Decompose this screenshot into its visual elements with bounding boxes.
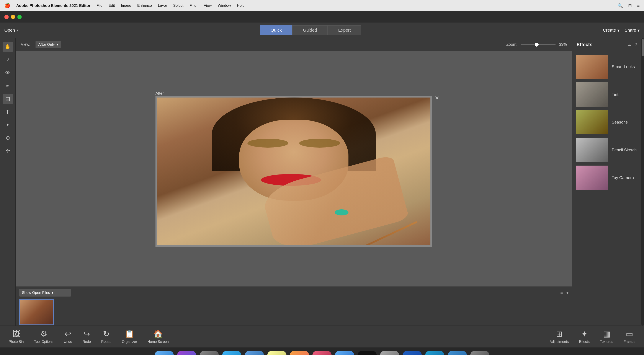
text-tool-button[interactable]: T	[2, 107, 13, 117]
tab-quick[interactable]: Quick	[260, 25, 292, 35]
effects-scrollbar[interactable]	[642, 38, 644, 326]
effect-pencil-sketch[interactable]: Pencil Sketch	[576, 138, 638, 162]
effect-toy-camera[interactable]: Toy Camera	[576, 166, 638, 190]
zoom-value: 33%	[559, 42, 567, 47]
menu-help[interactable]: Help	[237, 3, 244, 8]
dock-music[interactable]: 🎵	[312, 351, 332, 355]
minimize-window-button[interactable]	[11, 15, 15, 19]
dock-trash[interactable]: 🗑	[470, 351, 490, 355]
dock-pse-2[interactable]: ◈	[425, 351, 444, 355]
frames-button[interactable]: ▭ Frames	[624, 330, 635, 344]
photo-bin-bar: Show Open Files ▾ ≡ ▾	[16, 287, 572, 326]
show-files-select[interactable]: Show Open Files ▾	[19, 289, 71, 297]
dock-safari[interactable]: 🧭	[222, 351, 241, 355]
open-arrow-icon: ▾	[17, 28, 18, 32]
zoom-thumb[interactable]	[535, 43, 538, 47]
dock-terminal[interactable]: $_	[358, 351, 377, 355]
photo-bin-arrow-icon[interactable]: ▾	[566, 290, 568, 295]
effects-scrollbar-thumb[interactable]	[642, 39, 644, 56]
cloud-icon[interactable]: ☁	[627, 42, 631, 47]
pencil-tool-button[interactable]: ✏	[2, 81, 13, 91]
adjustments-label: Adjustments	[550, 340, 569, 344]
view-select[interactable]: After Only ▾	[36, 41, 61, 48]
open-button[interactable]: Open ▾	[4, 28, 18, 33]
menu-view[interactable]: View	[204, 3, 212, 8]
textures-label: Textures	[600, 340, 613, 344]
menu-bar: 🍎 Adobe Photoshop Elements 2021 Editor F…	[0, 0, 644, 11]
dock-photos[interactable]: 🌸	[290, 351, 309, 355]
apple-menu[interactable]: 🍎	[4, 3, 10, 8]
effect-thumb-tint	[576, 82, 608, 107]
undo-icon: ↩	[64, 330, 71, 339]
textures-button[interactable]: ▦ Textures	[600, 330, 613, 344]
menu-image[interactable]: Image	[121, 3, 131, 8]
zoom-slider[interactable]	[521, 44, 556, 45]
hand-tool-button[interactable]: ✋	[2, 42, 13, 52]
dock-appstore[interactable]: A	[335, 351, 354, 355]
photo-bin-button[interactable]: 🖼 Photo Bin	[9, 330, 24, 344]
menu-edit[interactable]: Edit	[108, 3, 115, 8]
effects-button[interactable]: ✦ Effects	[579, 330, 590, 344]
menubar-icon-2[interactable]: ⊞	[628, 3, 632, 8]
photo-thumbnail[interactable]	[19, 299, 54, 325]
undo-button[interactable]: ↩ Undo	[64, 330, 72, 344]
main-layout: ✋ ↗ 👁 ✏ ⊟ T ✦ ⊕ ✢ View: After Only ▾ Zoo…	[0, 38, 644, 326]
effect-tint[interactable]: Tint	[576, 82, 638, 107]
menu-select[interactable]: Select	[173, 3, 184, 8]
menu-window[interactable]: Window	[218, 3, 231, 8]
photo-bin-header: Show Open Files ▾ ≡ ▾	[16, 287, 572, 299]
dock-notes[interactable]: 📝	[267, 351, 286, 355]
organizer-button[interactable]: 📋 Organizer	[122, 330, 137, 344]
frames-label: Frames	[624, 340, 635, 344]
rotate-button[interactable]: ↻ Rotate	[101, 330, 112, 344]
retouch-tool-button[interactable]: ✦	[2, 120, 13, 130]
zoom-label: Zoom:	[506, 42, 517, 47]
dock-bird[interactable]: 🐦	[245, 351, 264, 355]
dock-rocket[interactable]: 🚀	[200, 351, 219, 355]
maximize-window-button[interactable]	[17, 15, 22, 19]
tool-options-button[interactable]: ⚙ Tool Options	[34, 330, 53, 344]
share-button[interactable]: Share ▾	[625, 28, 640, 33]
toolbar-right: Create ▾ Share ▾	[603, 28, 640, 33]
dock-finder-icon: 😊	[158, 354, 171, 355]
tab-guided[interactable]: Guided	[292, 25, 328, 35]
dock-system-prefs[interactable]: ⚙	[380, 351, 399, 355]
menubar-icon-3[interactable]: ≡	[637, 3, 640, 8]
dock-finder[interactable]: 😊	[154, 351, 174, 355]
canvas-close-button[interactable]: ✕	[435, 95, 439, 101]
menu-enhance[interactable]: Enhance	[137, 3, 152, 8]
dock-pse-1[interactable]: ◇	[403, 351, 422, 355]
redo-button[interactable]: ↪ Redo	[82, 330, 91, 344]
create-button[interactable]: Create ▾	[603, 28, 620, 33]
view-select-arrow-icon: ▾	[56, 42, 58, 47]
effect-label-pencil-sketch: Pencil Sketch	[612, 148, 637, 152]
adjustments-button[interactable]: ⊞ Adjustments	[550, 330, 569, 344]
dock-siri[interactable]: ◎	[177, 351, 196, 355]
close-window-button[interactable]	[4, 15, 9, 19]
zoom-area: Zoom: 33%	[506, 42, 567, 47]
effect-smart-looks[interactable]: Smart Looks	[576, 55, 638, 79]
effects-header: Effects ☁ ?	[572, 38, 642, 51]
dock-downloader[interactable]: ⬇	[448, 351, 467, 355]
app-name: Adobe Photoshop Elements 2021 Editor	[16, 3, 90, 8]
bottom-panel: 🖼 Photo Bin ⚙ Tool Options ↩ Undo ↪ Redo…	[0, 326, 644, 347]
undo-label: Undo	[64, 340, 72, 344]
move-tool-button[interactable]: ✢	[2, 146, 13, 156]
zoom-tool-button[interactable]: ↗	[2, 55, 13, 65]
tool-options-icon: ⚙	[40, 330, 47, 339]
menu-file[interactable]: File	[96, 3, 102, 8]
menubar-icon-1[interactable]: 🔍	[618, 3, 623, 8]
photo-bin-list-icon[interactable]: ≡	[560, 290, 563, 295]
help-icon[interactable]: ?	[635, 42, 637, 47]
effects-title: Effects	[576, 42, 592, 47]
effect-seasons[interactable]: Seasons	[576, 110, 638, 134]
home-screen-button[interactable]: 🏠 Home Screen	[148, 330, 169, 344]
bottom-tools-right: ⊞ Adjustments ✦ Effects ▦ Textures ▭ Fra…	[550, 330, 635, 344]
crop-tool-button[interactable]: ⊟	[2, 94, 13, 104]
menu-layer[interactable]: Layer	[158, 3, 167, 8]
tool-options-label: Tool Options	[34, 340, 53, 344]
eye-tool-button[interactable]: 👁	[2, 68, 13, 78]
transform-tool-button[interactable]: ⊕	[2, 133, 13, 143]
tab-expert[interactable]: Expert	[328, 25, 362, 35]
menu-filter[interactable]: Filter	[190, 3, 198, 8]
